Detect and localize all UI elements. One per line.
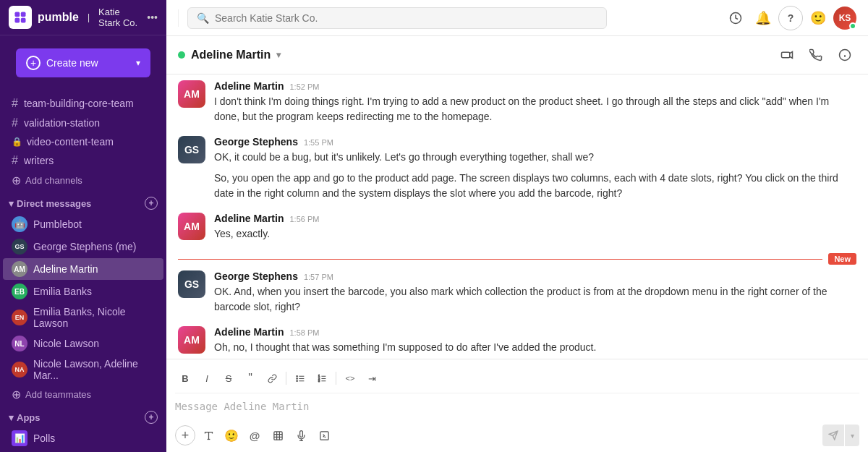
message-group: AM Adeline Martin 1:58 PM Oh, no, I thou… — [178, 326, 856, 355]
message-sender: Adeline Martin — [214, 213, 284, 224]
number-list-button[interactable]: 123 — [312, 368, 332, 388]
pumblebot-avatar: 🤖 — [12, 216, 27, 232]
indent-button[interactable]: ⇥ — [362, 368, 382, 388]
workspace-menu-dots[interactable]: ••• — [147, 12, 158, 23]
bullet-list-button[interactable] — [290, 368, 310, 388]
svg-rect-3 — [21, 18, 26, 23]
channel-label: writers — [24, 155, 54, 166]
message-text: OK, it could be a bug, but it's unlikely… — [214, 150, 856, 165]
add-channels-button[interactable]: ⊕ Add channels — [3, 171, 163, 190]
message-content: George Stephens 1:57 PM OK. And, when yo… — [214, 270, 856, 315]
video-call-button[interactable] — [775, 43, 799, 67]
avatar-status — [849, 22, 856, 30]
snippet-button[interactable] — [314, 425, 334, 445]
svg-point-12 — [296, 375, 297, 377]
user-avatar[interactable]: KS — [833, 7, 856, 30]
message-group: AM Adeline Martin 1:56 PM Yes, exactly. — [178, 213, 856, 242]
create-new-button[interactable]: + Create new ▾ — [16, 48, 150, 77]
emoji-picker-button[interactable]: 🙂 — [221, 425, 242, 445]
phone-call-button[interactable] — [804, 43, 827, 67]
quote-button[interactable]: " — [240, 368, 260, 388]
svg-point-14 — [296, 380, 297, 381]
dm-item-nicole[interactable]: NL Nicole Lawson — [3, 333, 163, 354]
message-text: Oh, no, I thought that was something I'm… — [214, 340, 856, 355]
new-badge: New — [828, 253, 856, 265]
emoji-button[interactable]: 🙂 — [806, 6, 830, 30]
add-teammates-button[interactable]: ⊕ Add teammates — [3, 385, 163, 404]
message-sender: George Stephens — [214, 136, 298, 148]
text-format-button[interactable] — [198, 425, 218, 445]
composer-toolbar: B I S " 123 <> ⇥ — [175, 365, 859, 393]
dm-item-emilia[interactable]: EB Emilia Banks — [3, 281, 163, 302]
audio-button[interactable] — [291, 425, 311, 445]
apps-section[interactable]: ▾ Apps + — [0, 405, 166, 427]
chat-header-actions — [775, 43, 856, 67]
svg-text:3: 3 — [318, 379, 320, 382]
send-button[interactable] — [822, 425, 844, 446]
app-name-polls: Polls — [33, 432, 55, 444]
mention-button[interactable]: @ — [244, 425, 265, 445]
svg-rect-23 — [273, 431, 281, 439]
message-sender: George Stephens — [214, 270, 298, 282]
add-app-button[interactable]: + — [145, 411, 158, 424]
direct-messages-label: Direct messages — [17, 198, 91, 209]
message-time: 1:55 PM — [304, 138, 333, 147]
polls-icon: 📊 — [12, 430, 27, 446]
dm-item-nicole-adeline[interactable]: NA Nicole Lawson, Adeline Mar... — [3, 355, 163, 384]
online-status-dot — [178, 51, 185, 59]
send-options-button[interactable]: ▾ — [845, 425, 859, 446]
apps-item-polls[interactable]: 📊 Polls — [3, 427, 163, 449]
hash-icon: # — [12, 116, 18, 129]
app-name: pumble — [38, 11, 79, 24]
sidebar-item-validation-station[interactable]: # validation-station — [3, 114, 163, 132]
dm-item-emilia-nicole[interactable]: EN Emilia Banks, Nicole Lawson — [3, 303, 163, 332]
add-channels-label: Add channels — [25, 175, 82, 186]
help-button[interactable]: ? — [778, 6, 803, 30]
plus-icon: ⊕ — [12, 388, 21, 401]
sidebar-item-video-content[interactable]: 🔒 video-content-team — [3, 133, 163, 150]
info-button[interactable] — [833, 43, 856, 67]
bell-button[interactable]: 🔔 — [751, 6, 775, 30]
search-bar[interactable]: 🔍 — [187, 7, 607, 29]
dm-name: George Stephens (me) — [33, 241, 136, 252]
message-group: AM Adeline Martin 1:52 PM I don't think … — [178, 80, 856, 124]
message-input[interactable] — [175, 396, 859, 419]
dm-item-george[interactable]: GS George Stephens (me) — [3, 236, 163, 257]
create-new-label: Create new — [46, 57, 98, 69]
link-button[interactable] — [262, 368, 282, 388]
dm-name: Emilia Banks, Nicole Lawson — [33, 306, 155, 329]
message-group: GS George Stephens 1:55 PM OK, it could … — [178, 136, 856, 201]
dm-item-adeline[interactable]: AM Adeline Martin — [3, 258, 163, 280]
section-chevron: ▾ — [9, 412, 14, 423]
chat-name-chevron[interactable]: ▾ — [276, 50, 281, 60]
message-time: 1:57 PM — [304, 273, 333, 281]
workspace-name: Katie Stark Co. — [98, 7, 141, 28]
chat-header: Adeline Martin ▾ — [166, 36, 868, 74]
dm-name: Adeline Martin — [33, 263, 98, 275]
george-avatar: GS — [12, 239, 27, 255]
new-messages-divider: New — [178, 253, 856, 265]
chat-title[interactable]: Adeline Martin ▾ — [178, 48, 281, 61]
apps-label: Apps — [17, 412, 41, 423]
strikethrough-button[interactable]: S — [218, 368, 239, 388]
plus-icon: ⊕ — [12, 174, 21, 187]
bold-button[interactable]: B — [175, 368, 195, 388]
message-sender: Adeline Martin — [214, 326, 284, 338]
message-sender: Adeline Martin — [214, 80, 284, 92]
svg-point-13 — [296, 378, 297, 379]
add-attachment-button[interactable]: + — [175, 425, 195, 445]
top-bar: 🔍 🔔 ? 🙂 KS — [166, 0, 868, 36]
italic-button[interactable]: I — [197, 368, 217, 388]
dm-item-pumblebot[interactable]: 🤖 Pumblebot — [3, 213, 163, 235]
emilia-avatar: EB — [12, 283, 27, 299]
attach-file-button[interactable] — [268, 425, 288, 445]
app-logo — [9, 6, 32, 29]
direct-messages-section[interactable]: ▾ Direct messages + — [0, 191, 166, 213]
code-button[interactable]: <> — [340, 368, 360, 388]
hash-icon: # — [12, 97, 18, 110]
add-dm-button[interactable]: + — [145, 197, 158, 210]
history-button[interactable] — [723, 6, 748, 30]
sidebar-item-team-building[interactable]: # team-building-core-team — [3, 94, 163, 113]
sidebar-item-writers[interactable]: # writers — [3, 151, 163, 170]
search-input[interactable] — [215, 12, 597, 24]
